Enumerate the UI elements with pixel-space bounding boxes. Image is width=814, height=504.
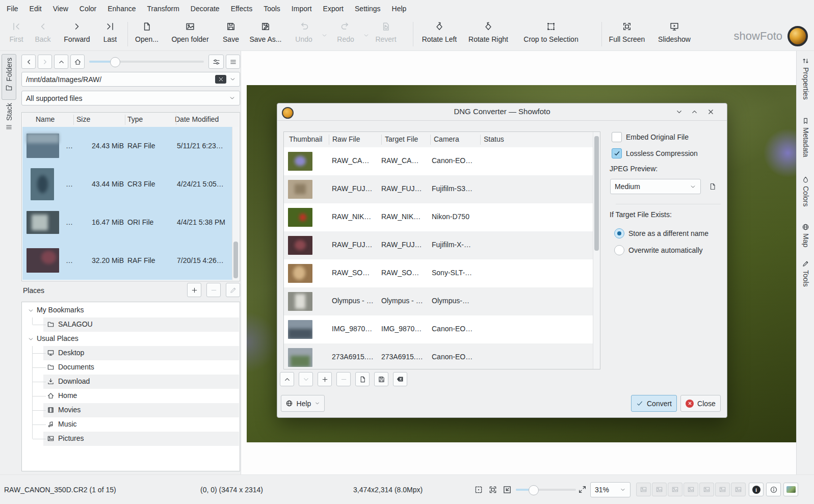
close-button[interactable]: Close bbox=[680, 395, 721, 412]
save-button[interactable]: Save bbox=[217, 20, 245, 48]
image-action-button-5[interactable] bbox=[699, 483, 714, 496]
save-list-button[interactable] bbox=[374, 372, 388, 386]
tab-map[interactable]: Map bbox=[799, 223, 812, 247]
conversion-row[interactable]: RAW_SO… RAW_SO… Sony-SLT-… bbox=[284, 259, 593, 287]
nav-back-button[interactable] bbox=[21, 55, 36, 69]
load-list-button[interactable] bbox=[355, 372, 370, 386]
nav-forward-button[interactable] bbox=[38, 55, 52, 69]
remove-place-button[interactable] bbox=[206, 283, 221, 297]
first-button[interactable]: First bbox=[4, 20, 29, 48]
fit-to-window-icon[interactable] bbox=[488, 485, 497, 494]
slider-handle[interactable] bbox=[529, 485, 539, 495]
tab-stack[interactable]: Stack bbox=[2, 103, 16, 137]
theme-button[interactable] bbox=[783, 483, 798, 496]
conversion-row[interactable]: IMG_9870… IMG_9870… Canon-EO… bbox=[284, 315, 593, 343]
places-item-movies[interactable]: Movies bbox=[22, 403, 239, 417]
rotate-left-button[interactable]: Rotate Left bbox=[417, 20, 462, 48]
menu-help[interactable]: Help bbox=[386, 2, 412, 16]
tab-properties[interactable]: Properties bbox=[799, 57, 812, 100]
image-action-button-2[interactable] bbox=[652, 483, 667, 496]
file-row[interactable]: … 16.47 MiB ORI File 4/4/21 5:38 PM bbox=[22, 203, 232, 242]
add-place-button[interactable] bbox=[187, 283, 201, 297]
conversion-row[interactable]: RAW_CA… RAW_CA… Canon-EO… bbox=[284, 147, 593, 175]
file-row[interactable]: … 24.43 MiB RAF File 5/11/21 6:23… bbox=[22, 127, 232, 166]
nav-up-button[interactable] bbox=[54, 55, 68, 69]
scrollbar-thumb[interactable] bbox=[594, 136, 599, 251]
add-item-button[interactable] bbox=[318, 372, 332, 386]
forward-button[interactable]: Forward bbox=[59, 20, 95, 48]
selection-tool-icon[interactable] bbox=[474, 485, 483, 494]
image-info-button[interactable]: i bbox=[749, 483, 764, 496]
places-item-desktop[interactable]: Desktop bbox=[22, 346, 239, 360]
tab-tools[interactable]: Tools bbox=[799, 260, 812, 287]
zoom-level-combobox[interactable]: 31% bbox=[590, 482, 631, 497]
redo-button[interactable]: Redo bbox=[330, 20, 361, 48]
menu-import[interactable]: Import bbox=[286, 2, 318, 16]
embed-original-checkbox[interactable] bbox=[612, 132, 622, 142]
chevron-down-icon[interactable] bbox=[28, 307, 34, 314]
thumbnail-size-slider[interactable] bbox=[89, 55, 204, 69]
panel-menu-button[interactable] bbox=[226, 55, 240, 69]
conversion-table-scrollbar[interactable] bbox=[593, 132, 600, 369]
file-row[interactable]: … 43.44 MiB CR3 File 4/24/21 5:05… bbox=[22, 165, 232, 204]
image-action-button-4[interactable] bbox=[684, 483, 698, 496]
undo-dropdown-icon[interactable] bbox=[321, 32, 328, 39]
conversion-row[interactable]: RAW_FUJ… RAW_FUJ… Fujifilm-X-… bbox=[284, 231, 593, 259]
jpeg-preview-combobox[interactable]: Medium bbox=[610, 179, 701, 194]
tab-folders[interactable]: Folders bbox=[2, 54, 16, 100]
last-button[interactable]: Last bbox=[98, 20, 122, 48]
image-action-button-6[interactable] bbox=[715, 483, 730, 496]
store-different-name-radio[interactable] bbox=[614, 228, 624, 238]
places-item-salagou[interactable]: SALAGOU bbox=[22, 317, 239, 332]
column-size[interactable]: Size bbox=[76, 115, 90, 123]
places-item-pictures[interactable]: Pictures bbox=[22, 432, 239, 446]
redo-dropdown-icon[interactable] bbox=[363, 32, 370, 39]
view-options-button[interactable] bbox=[208, 55, 224, 69]
menu-settings[interactable]: Settings bbox=[349, 2, 386, 16]
remove-item-button[interactable] bbox=[336, 372, 351, 386]
scrollbar-thumb[interactable] bbox=[233, 242, 238, 278]
clear-path-icon[interactable] bbox=[215, 75, 226, 84]
column-date-modified[interactable]: Date Modified bbox=[175, 115, 219, 123]
file-row[interactable]: … 32.20 MiB RAF File 7/20/15 4:26… bbox=[22, 242, 232, 280]
column-name[interactable]: Name bbox=[36, 115, 55, 123]
maximize-icon[interactable] bbox=[691, 108, 698, 116]
revert-button[interactable]: Revert bbox=[370, 20, 402, 48]
minimize-icon[interactable] bbox=[675, 108, 683, 116]
column-thumbnail[interactable]: Thumbnail bbox=[289, 135, 322, 143]
path-combobox[interactable] bbox=[21, 72, 240, 87]
slideshow-button[interactable]: Slideshow bbox=[652, 20, 696, 48]
move-down-button[interactable] bbox=[299, 372, 313, 386]
save-as-button[interactable]: Save As... bbox=[247, 20, 284, 48]
dialog-title-bar[interactable]: DNG Converter — Showfoto bbox=[277, 103, 727, 121]
move-up-button[interactable] bbox=[280, 372, 294, 386]
lossless-compression-checkbox[interactable] bbox=[612, 148, 622, 158]
back-button[interactable]: Back bbox=[31, 20, 55, 48]
file-list-scrollbar[interactable] bbox=[232, 127, 239, 280]
conversion-row[interactable]: 273A6915.… 273A6915.… Canon-EO… bbox=[284, 343, 593, 369]
tab-colors[interactable]: Colors bbox=[799, 176, 812, 206]
tab-metadata[interactable]: Metadata bbox=[799, 117, 812, 157]
conversion-row[interactable]: RAW_FUJ… RAW_FUJ… Fujifilm-S3… bbox=[284, 175, 593, 203]
image-action-button-3[interactable] bbox=[668, 483, 682, 496]
places-section-usual-places[interactable]: Usual Places bbox=[22, 332, 239, 346]
column-camera[interactable]: Camera bbox=[434, 135, 459, 143]
places-item-download[interactable]: Download bbox=[22, 375, 239, 389]
image-action-button-7[interactable] bbox=[731, 483, 746, 496]
menu-export[interactable]: Export bbox=[318, 2, 349, 16]
menu-file[interactable]: File bbox=[1, 2, 24, 16]
edit-place-button[interactable] bbox=[226, 283, 240, 297]
image-action-button-1[interactable] bbox=[636, 483, 651, 496]
menu-decorate[interactable]: Decorate bbox=[185, 2, 225, 16]
nav-home-button[interactable] bbox=[70, 55, 85, 69]
places-item-documents[interactable]: Documents bbox=[22, 360, 239, 375]
menu-view[interactable]: View bbox=[47, 2, 74, 16]
rotate-right-button[interactable]: Rotate Right bbox=[465, 20, 512, 48]
menu-enhance[interactable]: Enhance bbox=[102, 2, 141, 16]
column-target-file[interactable]: Target File bbox=[385, 135, 418, 143]
menu-transform[interactable]: Transform bbox=[142, 2, 185, 16]
places-item-home[interactable]: Home bbox=[22, 389, 239, 403]
help-button[interactable]: Help bbox=[281, 395, 325, 412]
conversion-row[interactable]: RAW_NIK… RAW_NIK… Nikon-D750 bbox=[284, 203, 593, 231]
menu-tools[interactable]: Tools bbox=[258, 2, 286, 16]
